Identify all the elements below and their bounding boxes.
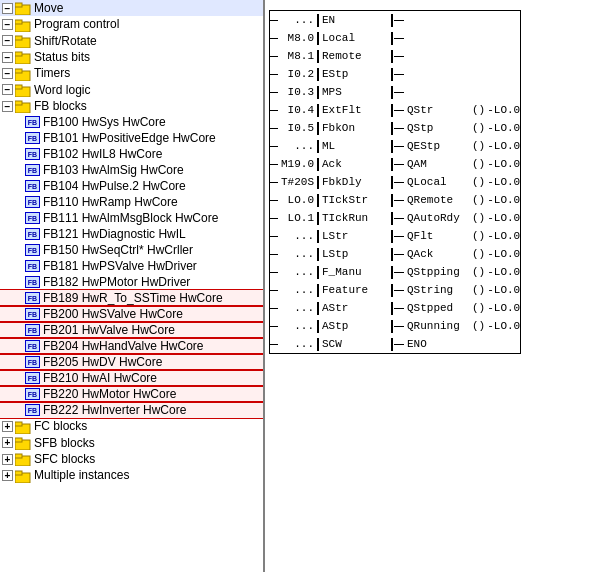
contact-close-15 <box>391 284 393 297</box>
tree-item-fb110[interactable]: FBFB110 HwRamp HwCore <box>0 194 263 210</box>
expand-icon-move[interactable]: − <box>2 3 13 14</box>
expand-icon-status-bits[interactable]: − <box>2 52 13 63</box>
tree-item-fb121[interactable]: FBFB121 HwDiagnostic HwIL <box>0 226 263 242</box>
tree-item-shift-rotate[interactable]: −Shift/Rotate <box>0 33 263 49</box>
contact-close-0 <box>391 14 393 27</box>
right-wire-3 <box>394 74 404 75</box>
folder-icon-fb-blocks <box>15 99 31 113</box>
addr-2: M8.1 <box>278 50 316 62</box>
tree-item-multiple-instances[interactable]: +Multiple instances <box>0 467 263 483</box>
tree-item-fb220[interactable]: FBFB220 HwMotor HwCore <box>0 386 263 402</box>
out-name-8: QAM <box>404 158 472 170</box>
tree-item-fb201[interactable]: FBFB201 HwValve HwCore <box>0 322 263 338</box>
out-addr-12: -LO.0 <box>485 230 520 242</box>
ladder-row-0: ...EN <box>270 11 520 29</box>
contact-name-18: SCW <box>319 338 391 350</box>
contact-close-6 <box>391 122 393 135</box>
expand-icon-program-control[interactable]: − <box>2 19 13 30</box>
ladder-row-12: ...LStrQFlt()-LO.0 <box>270 227 520 245</box>
expand-icon-fc-blocks[interactable]: + <box>2 421 13 432</box>
tree-item-fb204[interactable]: FBFB204 HwHandValve HwCore <box>0 338 263 354</box>
contact-close-8 <box>391 158 393 171</box>
tree-label-fc-blocks: FC blocks <box>34 419 87 433</box>
ladder-row-18: ...SCWENO <box>270 335 520 353</box>
tree-item-move[interactable]: −Move <box>0 0 263 16</box>
tree-item-timers[interactable]: −Timers <box>0 65 263 81</box>
left-wire-7 <box>270 146 278 147</box>
tree-item-fc-blocks[interactable]: +FC blocks <box>0 418 263 434</box>
fb-icon-fb104: FB <box>25 180 40 192</box>
addr-18: ... <box>278 338 316 350</box>
tree-item-fb210[interactable]: FBFB210 HwAI HwCore <box>0 370 263 386</box>
left-wire-15 <box>270 290 278 291</box>
addr-15: ... <box>278 284 316 296</box>
out-name-5: QStr <box>404 104 472 116</box>
contact-name-11: TIckRun <box>319 212 391 224</box>
tree-item-fb200[interactable]: FBFB200 HwSValve HwCore <box>0 306 263 322</box>
tree-item-fb181[interactable]: FBFB181 HwPSValve HwDriver <box>0 258 263 274</box>
svg-rect-1 <box>15 3 22 7</box>
tree-item-word-logic[interactable]: −Word logic <box>0 82 263 98</box>
coil-close-12: ) <box>479 230 486 242</box>
contact-name-13: LStp <box>319 248 391 260</box>
tree-item-fb104[interactable]: FBFB104 HwPulse.2 HwCore <box>0 178 263 194</box>
left-wire-1 <box>270 38 278 39</box>
left-wire-2 <box>270 56 278 57</box>
folder-icon-word-logic <box>15 83 31 97</box>
expand-icon-sfc-blocks[interactable]: + <box>2 454 13 465</box>
tree-item-fb-blocks[interactable]: −FB blocks <box>0 98 263 114</box>
contact-close-11 <box>391 212 393 225</box>
ladder-row-5: I0.4ExtFltQStr()-LO.0 <box>270 101 520 119</box>
ladder-row-2: M8.1Remote <box>270 47 520 65</box>
expand-icon-shift-rotate[interactable]: − <box>2 35 13 46</box>
fb-icon-fb110: FB <box>25 196 40 208</box>
ladder-row-8: M19.0AckQAM()-LO.0 <box>270 155 520 173</box>
expand-icon-sfb-blocks[interactable]: + <box>2 437 13 448</box>
right-wire-7 <box>394 146 404 147</box>
tree-label-fb104: FB104 HwPulse.2 HwCore <box>43 179 186 193</box>
addr-3: I0.2 <box>278 68 316 80</box>
left-wire-12 <box>270 236 278 237</box>
expand-icon-word-logic[interactable]: − <box>2 84 13 95</box>
tree-item-program-control[interactable]: −Program control <box>0 16 263 32</box>
coil-close-9: ) <box>479 176 486 188</box>
tree-item-fb102[interactable]: FBFB102 HwIL8 HwCore <box>0 146 263 162</box>
ladder-row-14: ...F_ManuQStpping()-LO.0 <box>270 263 520 281</box>
tree-item-fb222[interactable]: FBFB222 HwInverter HwCore <box>0 402 263 418</box>
addr-16: ... <box>278 302 316 314</box>
tree-label-shift-rotate: Shift/Rotate <box>34 34 97 48</box>
tree-label-sfc-blocks: SFC blocks <box>34 452 95 466</box>
tree-item-fb100[interactable]: FBFB100 HwSys HwCore <box>0 114 263 130</box>
contact-close-3 <box>391 68 393 81</box>
fb-icon-fb103: FB <box>25 164 40 176</box>
tree-label-fb182: FB182 HwPMotor HwDriver <box>43 275 190 289</box>
expand-icon-multiple-instances[interactable]: + <box>2 470 13 481</box>
ladder-row-10: LO.0TIckStrQRemote()-LO.0 <box>270 191 520 209</box>
coil-open-13: ( <box>472 248 479 260</box>
right-wire-2 <box>394 56 404 57</box>
ladder-row-16: ...AStrQStpped()-LO.0 <box>270 299 520 317</box>
tree-item-fb111[interactable]: FBFB111 HwAlmMsgBlock HwCore <box>0 210 263 226</box>
ladder-row-15: ...FeatureQString()-LO.0 <box>270 281 520 299</box>
tree-item-sfb-blocks[interactable]: +SFB blocks <box>0 435 263 451</box>
contact-close-7 <box>391 140 393 153</box>
tree-item-fb189[interactable]: FBFB189 HwR_To_SSTime HwCore <box>0 290 263 306</box>
out-name-16: QStpped <box>404 302 472 314</box>
svg-rect-7 <box>15 52 22 56</box>
tree-item-fb182[interactable]: FBFB182 HwPMotor HwDriver <box>0 274 263 290</box>
right-wire-1 <box>394 38 404 39</box>
folder-icon-shift-rotate <box>15 34 31 48</box>
tree-item-fb101[interactable]: FBFB101 HwPositiveEdge HwCore <box>0 130 263 146</box>
tree-item-fb205[interactable]: FBFB205 HwDV HwCore <box>0 354 263 370</box>
tree-item-status-bits[interactable]: −Status bits <box>0 49 263 65</box>
tree-item-fb103[interactable]: FBFB103 HwAlmSig HwCore <box>0 162 263 178</box>
right-wire-11 <box>394 218 404 219</box>
contact-name-4: MPS <box>319 86 391 98</box>
tree-label-program-control: Program control <box>34 17 119 31</box>
left-wire-6 <box>270 128 278 129</box>
contact-name-10: TIckStr <box>319 194 391 206</box>
expand-icon-timers[interactable]: − <box>2 68 13 79</box>
expand-icon-fb-blocks[interactable]: − <box>2 101 13 112</box>
tree-item-fb150[interactable]: FBFB150 HwSeqCtrl* HwCrller <box>0 242 263 258</box>
tree-item-sfc-blocks[interactable]: +SFC blocks <box>0 451 263 467</box>
